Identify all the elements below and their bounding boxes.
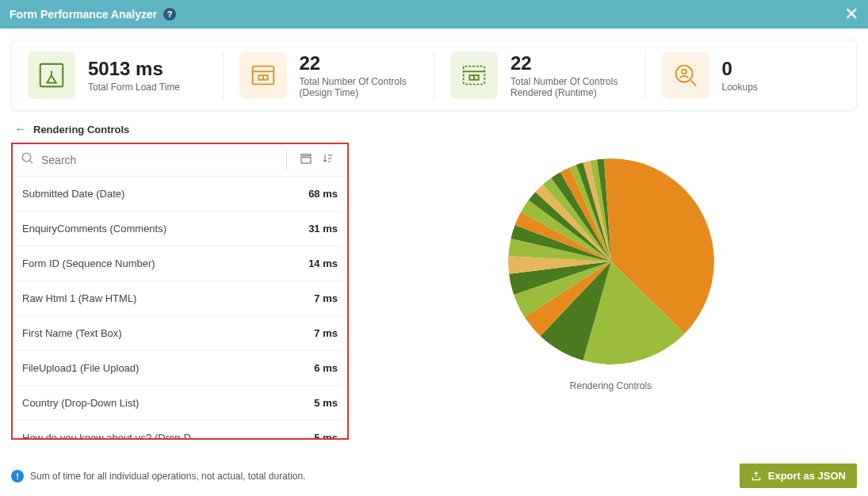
divider (286, 151, 287, 170)
svg-rect-17 (301, 158, 311, 163)
item-value: 6 ms (314, 362, 338, 374)
section-title: Rendering Controls (33, 124, 129, 135)
app-title: Form Performance Analyzer (10, 8, 157, 21)
list-item[interactable]: First Name (Text Box)7 ms (13, 316, 347, 351)
controls-panel: Submitted Date (Date)68 msEnquiryComment… (11, 143, 349, 440)
item-value: 31 ms (308, 223, 338, 235)
pie-chart (508, 158, 714, 364)
item-value: 5 ms (314, 397, 338, 409)
item-value: 14 ms (308, 258, 338, 269)
card-icon (662, 52, 709, 99)
item-name: Submitted Date (Date) (22, 188, 124, 200)
item-name: First Name (Text Box) (22, 327, 122, 339)
summary-card: 22 Total Number Of Controls (Design Time… (223, 52, 434, 99)
svg-point-14 (22, 153, 31, 162)
list-item[interactable]: Submitted Date (Date)68 ms (13, 177, 347, 212)
list-item[interactable]: EnquiryComments (Comments)31 ms (13, 212, 347, 246)
titlebar: Form Performance Analyzer ? ✕ (0, 0, 868, 29)
layout-icon[interactable] (300, 152, 312, 168)
svg-line-15 (29, 160, 33, 163)
list-item[interactable]: FileUpload1 (File Upload)6 ms (13, 351, 347, 386)
svg-point-12 (682, 69, 686, 74)
section-header: ← Rendering Controls (0, 122, 868, 136)
item-value: 7 ms (314, 292, 338, 304)
card-value: 5013 ms (88, 58, 180, 80)
card-label: Total Number Of Controls (Design Time) (300, 76, 419, 98)
search-input[interactable] (41, 154, 278, 166)
controls-list[interactable]: Submitted Date (Date)68 msEnquiryComment… (13, 177, 347, 438)
item-name: Form ID (Sequence Number) (22, 258, 155, 269)
item-name: EnquiryComments (Comments) (22, 223, 166, 235)
list-item[interactable]: Country (Drop-Down List)5 ms (13, 386, 347, 421)
card-value: 22 (300, 52, 419, 74)
close-icon[interactable]: ✕ (844, 4, 858, 25)
card-label: Lookups (722, 82, 758, 93)
card-icon (450, 52, 498, 99)
card-label: Total Form Load Time (88, 82, 180, 93)
export-label: Export as JSON (768, 470, 846, 482)
svg-rect-16 (301, 155, 311, 156)
search-icon (21, 151, 35, 169)
item-name: Country (Drop-Down List) (22, 397, 139, 409)
card-icon (239, 52, 287, 99)
item-value: 5 ms (314, 432, 338, 438)
footer-note: Sum of time for all individual operation… (30, 471, 306, 482)
summary-card: 22 Total Number Of Controls Rendered (Ru… (434, 52, 645, 99)
export-icon (751, 471, 762, 482)
search-row (13, 144, 347, 177)
chart-label: Rendering Controls (570, 380, 652, 391)
item-name: How do you know about us? (Drop-D… (22, 432, 201, 438)
summary-cards: 5013 ms Total Form Load Time 22 Total Nu… (11, 40, 857, 111)
item-name: FileUpload1 (File Upload) (22, 362, 139, 374)
info-icon: ! (11, 470, 24, 483)
summary-card: 0 Lookups (645, 52, 857, 99)
help-icon[interactable]: ? (163, 8, 176, 21)
footer: ! Sum of time for all individual operati… (11, 464, 857, 488)
card-icon (28, 52, 75, 99)
list-item[interactable]: Form ID (Sequence Number)14 ms (13, 246, 347, 281)
card-value: 0 (722, 58, 758, 80)
svg-line-13 (690, 81, 696, 86)
list-item[interactable]: Raw Html 1 (Raw HTML)7 ms (13, 281, 347, 316)
item-value: 7 ms (314, 327, 338, 339)
card-label: Total Number Of Controls Rendered (Runti… (510, 76, 629, 98)
back-arrow-icon[interactable]: ← (14, 122, 27, 136)
summary-card: 5013 ms Total Form Load Time (12, 52, 223, 99)
list-item[interactable]: How do you know about us? (Drop-D…5 ms (13, 421, 347, 438)
chart-panel: Rendering Controls (365, 143, 857, 440)
export-json-button[interactable]: Export as JSON (740, 464, 857, 488)
item-name: Raw Html 1 (Raw HTML) (22, 292, 136, 304)
card-value: 22 (510, 52, 629, 74)
item-value: 68 ms (308, 188, 338, 200)
sort-icon[interactable] (322, 152, 335, 168)
